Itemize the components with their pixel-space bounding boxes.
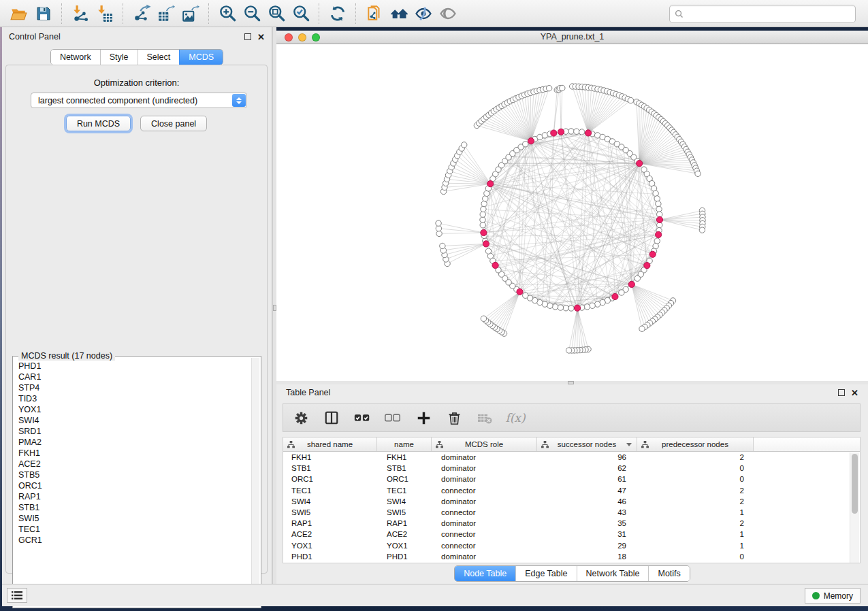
search-input[interactable] <box>686 9 855 20</box>
tab-edge-table[interactable]: Edge Table <box>515 566 576 581</box>
close-panel-button[interactable]: Close panel <box>140 116 207 131</box>
close-panel-icon[interactable]: ✕ <box>851 389 858 397</box>
table-row[interactable]: ORC1ORC1dominator610 <box>283 474 860 484</box>
mcds-result-item[interactable]: SRD1 <box>13 426 251 437</box>
delete-table-icon <box>477 410 493 426</box>
task-history-button[interactable] <box>7 588 27 603</box>
export-table-button[interactable] <box>154 3 178 24</box>
float-panel-icon[interactable] <box>838 389 845 396</box>
table-row[interactable]: TEC1TEC1connector472 <box>283 485 860 496</box>
mcds-tab-pane: Optimization criterion: largest connecte… <box>5 65 268 574</box>
result-list-scrollbar[interactable] <box>251 358 259 606</box>
scrollbar-thumb[interactable] <box>852 454 858 514</box>
zoom-in-button[interactable] <box>215 3 240 24</box>
table-row[interactable]: RAP1RAP1dominator352 <box>283 518 860 529</box>
column-header-name[interactable]: name <box>377 437 432 451</box>
mcds-result-item[interactable]: GCR1 <box>13 535 251 546</box>
open-folder-icon <box>10 5 28 22</box>
mcds-result-item[interactable]: TEC1 <box>13 524 251 535</box>
mcds-result-item[interactable]: SWI5 <box>13 513 251 524</box>
select-all-columns-button[interactable] <box>353 408 372 428</box>
table-row[interactable]: PHD1PHD1dominator180 <box>283 551 860 562</box>
export-image-button[interactable] <box>178 3 203 24</box>
column-header-mcds-role[interactable]: MCDS role <box>432 437 537 451</box>
show-details-button[interactable] <box>436 3 460 24</box>
table-row[interactable]: YOX1YOX1connector291 <box>283 540 860 551</box>
mcds-result-item[interactable]: CAR1 <box>13 371 251 382</box>
hide-details-button[interactable] <box>411 3 436 24</box>
open-file-button[interactable] <box>7 3 31 24</box>
memory-status-icon <box>812 592 820 599</box>
table-row[interactable]: ACE2ACE2connector311 <box>283 529 860 540</box>
zoom-out-icon <box>243 4 261 22</box>
mcds-result-item[interactable]: RAP1 <box>13 491 251 502</box>
network-graph[interactable] <box>276 44 868 381</box>
mcds-result-item[interactable]: ACE2 <box>13 459 251 469</box>
memory-label: Memory <box>824 591 853 601</box>
export-network-button[interactable] <box>129 3 154 24</box>
mcds-result-item[interactable]: YOX1 <box>13 404 251 415</box>
tab-node-table[interactable]: Node Table <box>455 566 515 581</box>
mcds-result-item[interactable]: STB5 <box>13 469 251 480</box>
unselect-all-columns-button[interactable] <box>383 408 402 428</box>
save-session-button[interactable] <box>31 3 56 24</box>
search-field[interactable] <box>669 5 856 23</box>
tab-motifs[interactable]: Motifs <box>648 566 689 581</box>
plus-icon <box>417 411 431 425</box>
table-cell: ORC1 <box>283 475 377 483</box>
network-window-titlebar[interactable]: YPA_prune.txt_1 <box>276 31 868 44</box>
mcds-result-item[interactable]: PMA2 <box>13 437 251 448</box>
mcds-result-item[interactable]: ORC1 <box>13 480 251 491</box>
tree-icon <box>436 441 443 448</box>
table-cell: 43 <box>537 508 637 516</box>
new-network-button[interactable] <box>362 3 387 24</box>
zoom-selected-button[interactable] <box>289 3 313 24</box>
tab-select[interactable]: Select <box>138 50 180 65</box>
import-network-button[interactable] <box>68 3 93 24</box>
table-scrollbar[interactable] <box>850 452 859 563</box>
function-builder-button-disabled[interactable]: f(x) <box>506 408 525 428</box>
network-canvas[interactable] <box>276 44 868 381</box>
criterion-dropdown[interactable]: largest connected component (undirected) <box>31 93 247 108</box>
table-cell: 2 <box>637 519 754 527</box>
mcds-result-item[interactable]: TID3 <box>13 393 251 404</box>
zoom-fit-button[interactable] <box>264 3 289 24</box>
tab-network[interactable]: Network <box>51 50 100 65</box>
mcds-result-item[interactable]: PHD1 <box>13 361 251 371</box>
show-all-button[interactable] <box>387 3 411 24</box>
export-image-icon <box>182 5 199 22</box>
run-mcds-button[interactable]: Run MCDS <box>66 116 131 131</box>
column-header-successor-nodes[interactable]: successor nodes <box>537 437 637 451</box>
apply-layout-button[interactable] <box>325 3 350 24</box>
memory-button[interactable]: Memory <box>805 588 861 604</box>
tab-mcds[interactable]: MCDS <box>179 50 223 65</box>
table-row[interactable]: FKH1FKH1dominator962 <box>283 452 860 463</box>
float-panel-icon[interactable] <box>244 33 251 40</box>
table-row[interactable]: SWI4SWI4dominator462 <box>283 496 860 507</box>
table-cell: 35 <box>537 519 637 527</box>
table-settings-button[interactable] <box>291 408 310 428</box>
table-row[interactable]: SWI5SWI5connector431 <box>283 507 860 518</box>
table-cell: dominator <box>432 475 537 483</box>
mcds-result-item[interactable]: SWI4 <box>13 415 251 426</box>
mcds-result-item[interactable]: STP4 <box>13 382 251 393</box>
zoom-out-button[interactable] <box>240 3 264 24</box>
table-row[interactable]: STB1STB1dominator620 <box>283 463 860 474</box>
unchecked-boxes-icon <box>384 409 402 427</box>
delete-columns-button[interactable] <box>445 408 464 428</box>
column-header-predecessor-nodes[interactable]: predecessor nodes <box>637 437 754 451</box>
show-columns-button[interactable] <box>322 408 341 428</box>
close-panel-icon[interactable]: ✕ <box>257 33 265 42</box>
delete-table-button-disabled[interactable] <box>475 408 494 428</box>
mcds-result-item[interactable]: FKH1 <box>13 448 251 459</box>
mcds-result-item[interactable]: STB1 <box>13 502 251 513</box>
import-table-button[interactable] <box>93 3 117 24</box>
tab-network-table[interactable]: Network Table <box>577 566 649 581</box>
create-column-button[interactable] <box>414 408 433 428</box>
table-cell: 1 <box>637 530 754 538</box>
table-cell: connector <box>432 530 537 538</box>
mcds-result-box: MCDS result (17 nodes) PHD1CAR1STP4TID3Y… <box>12 356 261 608</box>
column-header-shared-name[interactable]: shared name <box>283 437 377 451</box>
table-panel-titlebar: Table Panel ✕ <box>276 384 868 401</box>
tab-style[interactable]: Style <box>100 50 138 65</box>
